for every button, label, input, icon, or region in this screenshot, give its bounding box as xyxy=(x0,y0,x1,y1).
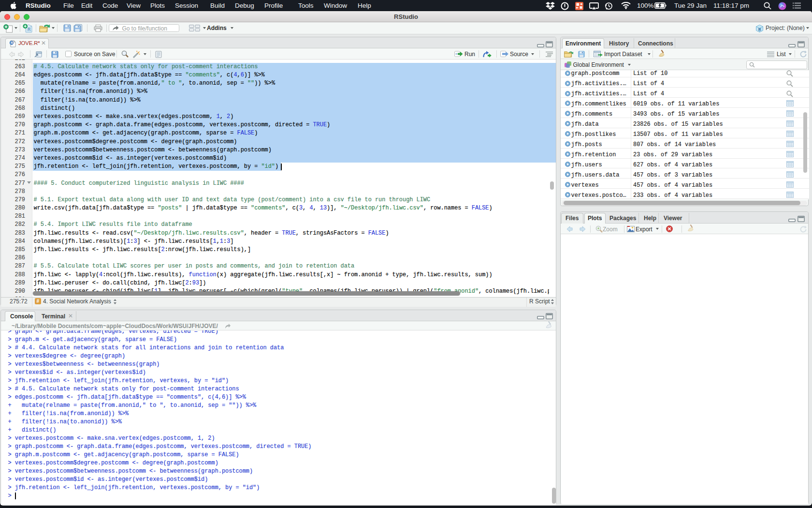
svg-text:R: R xyxy=(28,27,31,32)
svg-text:R: R xyxy=(758,27,761,31)
svg-text:R: R xyxy=(11,41,14,45)
